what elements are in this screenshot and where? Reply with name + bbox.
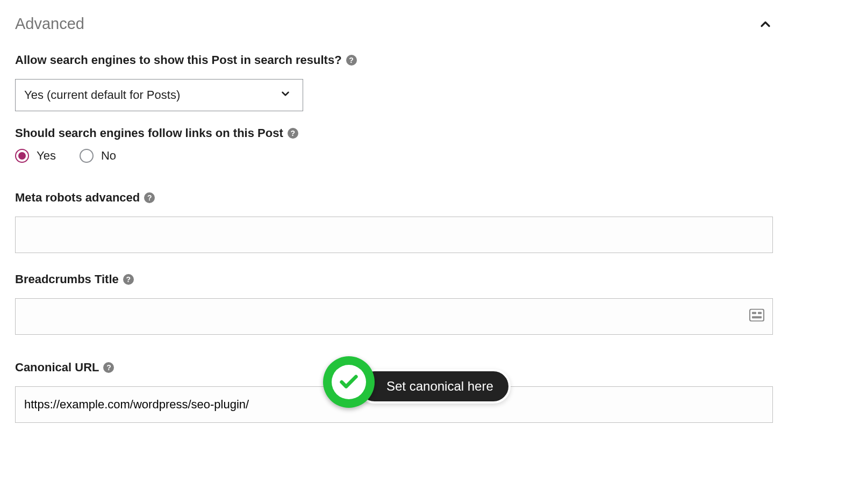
radio-unselected-icon: [80, 149, 94, 163]
collapse-icon[interactable]: [758, 17, 773, 32]
breadcrumbs-label: Breadcrumbs Title ?: [15, 272, 134, 286]
meta-robots-group: Meta robots advanced ?: [15, 191, 773, 253]
help-icon[interactable]: ?: [346, 55, 357, 66]
canonical-url-label: Canonical URL ?: [15, 361, 114, 375]
allow-search-select[interactable]: Yes (current default for Posts): [15, 79, 303, 111]
help-icon[interactable]: ?: [144, 192, 155, 203]
callout-badge-inner: [332, 365, 366, 399]
follow-yes-option[interactable]: Yes: [15, 149, 56, 163]
allow-search-select-wrapper: Yes (current default for Posts): [15, 79, 303, 111]
help-icon[interactable]: ?: [288, 128, 298, 139]
help-icon[interactable]: ?: [103, 362, 114, 373]
follow-links-label-text: Should search engines follow links on th…: [15, 126, 283, 140]
allow-search-group: Allow search engines to show this Post i…: [15, 53, 773, 111]
panel-title: Advanced: [15, 15, 84, 33]
callout-text: Set canonical here: [357, 369, 511, 404]
panel-header: Advanced: [15, 15, 773, 33]
follow-links-group: Should search engines follow links on th…: [15, 126, 773, 163]
allow-search-label-text: Allow search engines to show this Post i…: [15, 53, 342, 67]
follow-yes-label: Yes: [37, 149, 56, 163]
follow-links-label: Should search engines follow links on th…: [15, 126, 298, 140]
radio-selected-icon: [15, 149, 29, 163]
callout-annotation: Set canonical here: [319, 356, 511, 416]
meta-robots-label: Meta robots advanced ?: [15, 191, 155, 205]
follow-links-radio-group: Yes No: [15, 149, 773, 163]
checkmark-icon: [338, 371, 360, 393]
callout-badge: [323, 356, 375, 408]
breadcrumbs-label-text: Breadcrumbs Title: [15, 272, 119, 286]
follow-no-label: No: [101, 149, 116, 163]
breadcrumbs-input[interactable]: [15, 298, 773, 335]
follow-no-option[interactable]: No: [80, 149, 116, 163]
radio-dot: [18, 152, 26, 160]
help-icon[interactable]: ?: [123, 274, 134, 285]
meta-robots-input[interactable]: [15, 217, 773, 253]
canonical-url-label-text: Canonical URL: [15, 361, 99, 375]
advanced-panel: Advanced Allow search engines to show th…: [15, 15, 773, 423]
allow-search-label: Allow search engines to show this Post i…: [15, 53, 357, 67]
breadcrumbs-input-wrapper: [15, 298, 773, 335]
meta-robots-label-text: Meta robots advanced: [15, 191, 140, 205]
breadcrumbs-group: Breadcrumbs Title ?: [15, 272, 773, 335]
callout-badge-wrapper: [319, 356, 379, 416]
